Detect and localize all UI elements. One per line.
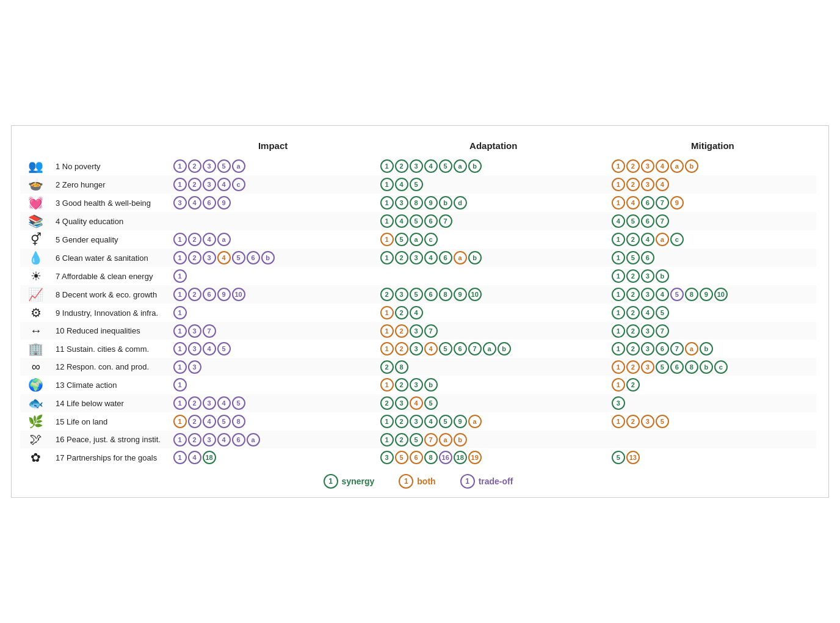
circle: 13 [626, 451, 640, 464]
sdg-icon-cell-8: 📈 [20, 285, 52, 304]
adaptation-cell-6: 12346ab [378, 249, 609, 267]
circle: 5 [424, 396, 438, 410]
circle: 5 [410, 288, 423, 301]
circle: 3 [203, 178, 216, 191]
circle: 1 [173, 251, 187, 264]
circle: 5 [217, 415, 231, 428]
sdg-label-11: 11 Sustain. cities & comm. [52, 340, 171, 358]
mitigation-cell-5: 124ac [609, 230, 816, 249]
circle: 2 [188, 251, 201, 264]
circle: 3 [641, 324, 654, 338]
circle: 4 [656, 178, 669, 191]
main-container: Impact Adaptation Mitigation 👥 1 No pove… [11, 125, 829, 498]
legend-synergy-label: synergy [342, 476, 375, 486]
circle: 2 [380, 360, 394, 374]
impact-cell-5: 124a [171, 230, 378, 249]
sdg-icon-15: 🌿 [28, 415, 43, 428]
circle: 7 [656, 196, 669, 209]
circle: 1 [612, 196, 625, 209]
circle: b [468, 159, 482, 173]
circle: 1 [612, 159, 625, 173]
sdg-icon-cell-17: ✿ [20, 448, 52, 467]
circle: 7 [468, 342, 482, 355]
circle: 1 [173, 324, 187, 338]
circle: 5 [656, 306, 669, 319]
circle: 3 [188, 342, 201, 355]
circle: 2 [626, 306, 640, 319]
circle: 3 [641, 178, 654, 191]
circle: 1 [612, 251, 625, 264]
circle: 9 [454, 288, 467, 301]
circle: 1 [173, 451, 187, 464]
circle: 3 [203, 396, 216, 410]
circle: 2 [626, 178, 640, 191]
sdg-icon-cell-4: 📚 [20, 212, 52, 230]
circle: a [247, 433, 260, 446]
adaptation-cell-12: 28 [378, 358, 609, 376]
sdg-label-13: 13 Climate action [52, 376, 171, 394]
sdg-label-12: 12 Respon. con. and prod. [52, 358, 171, 376]
sdg-label-9: 9 Industry, Innovation & infra. [52, 304, 171, 322]
circle: 1 [173, 288, 187, 301]
circle: 6 [203, 196, 216, 209]
sdg-icon-cell-15: 🌿 [20, 412, 52, 431]
circle: a [468, 415, 482, 428]
circle: 1 [612, 378, 625, 392]
circle: 4 [656, 159, 669, 173]
mitigation-cell-8: 123458910 [609, 285, 816, 304]
circle: 5 [410, 178, 423, 191]
sdg-label-10: 10 Reduced inequalities [52, 322, 171, 340]
circle: 5 [439, 342, 452, 355]
circle: 5 [626, 251, 640, 264]
sdg-icon-cell-14: 🐟 [20, 394, 52, 412]
sdg-icon-cell-7: ☀ [20, 267, 52, 285]
circle: 7 [670, 342, 684, 355]
circle: 5 [217, 159, 231, 173]
circle: 4 [217, 433, 231, 446]
circle: 2 [395, 415, 408, 428]
impact-cell-8: 126910 [171, 285, 378, 304]
adaptation-cell-3: 1389bd [378, 194, 609, 212]
circle: 3 [203, 251, 216, 264]
mitigation-cell-9: 1245 [609, 304, 816, 322]
circle: 16 [439, 451, 452, 464]
circle: 5 [656, 360, 669, 374]
circle: 3 [641, 360, 654, 374]
circle: 8 [410, 196, 423, 209]
circle: 1 [612, 324, 625, 338]
circle: 4 [217, 396, 231, 410]
circle: 3 [173, 196, 187, 209]
mitigation-cell-7: 123b [609, 267, 816, 285]
circle: 6 [454, 342, 467, 355]
impact-cell-7: 1 [171, 267, 378, 285]
circle: 2 [626, 342, 640, 355]
legend-tradeoff-circle: 1 [460, 474, 475, 489]
circle: 3 [410, 159, 423, 173]
adaptation-cell-13: 123b [378, 376, 609, 394]
adaptation-cell-16: 1257ab [378, 431, 609, 448]
table-row: ☀ 7 Affordable & clean energy 1 123b [20, 267, 816, 285]
circle: 1 [380, 324, 394, 338]
sdg-icon-11: 🏢 [28, 342, 43, 355]
mitigation-cell-12: 123568bc [609, 358, 816, 376]
circle: c [424, 233, 438, 246]
circle: 2 [188, 415, 201, 428]
circle: 3 [410, 324, 423, 338]
circle: 10 [714, 288, 728, 301]
circle: 2 [380, 396, 394, 410]
circle: 6 [656, 342, 669, 355]
table-row: ✿ 17 Partnerships for the goals 1418 356… [20, 448, 816, 467]
circle: 2 [626, 159, 640, 173]
legend-tradeoff-label: trade-off [479, 476, 513, 486]
sdg-icon-cell-3: 💓 [20, 194, 52, 212]
circle: 1 [173, 360, 187, 374]
circle: 3 [410, 251, 423, 264]
legend-both-label: both [417, 476, 435, 486]
circle: 4 [217, 251, 231, 264]
impact-cell-6: 123456b [171, 249, 378, 267]
circle: 1 [173, 396, 187, 410]
circle: 7 [656, 214, 669, 228]
circle: 3 [395, 196, 408, 209]
circle: 4 [424, 342, 438, 355]
impact-cell-4 [171, 212, 378, 230]
